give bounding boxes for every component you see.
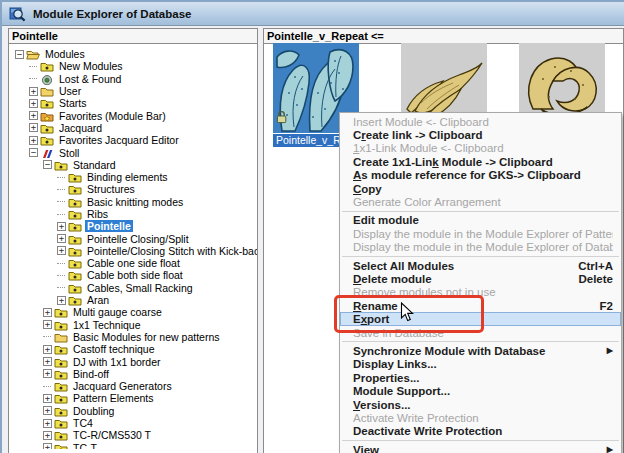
tree-item-favorites-jacquard-editor[interactable]: +Favorites Jacquard Editor — [9, 134, 257, 146]
tree-item-label[interactable]: Pattern Elements — [71, 392, 156, 404]
tree-item-label[interactable]: Cables, Small Racking — [85, 282, 195, 294]
tree-item-label[interactable]: Modules — [43, 48, 87, 60]
expand-toggle[interactable]: + — [29, 123, 38, 132]
expand-toggle[interactable]: + — [29, 99, 38, 108]
tree-item-new-modules[interactable]: New Modules — [9, 60, 257, 72]
menu-item-display-links[interactable]: Display Links... — [340, 358, 621, 371]
tree-item-1x1-technique[interactable]: +1x1 Technique — [9, 319, 257, 331]
tree-item-pointelle[interactable]: +Pointelle — [9, 220, 257, 232]
tree-item-pattern-elements[interactable]: +Pattern Elements — [9, 392, 257, 404]
tree-item-label[interactable]: Ribs — [85, 208, 110, 220]
tree-item-basic-modules-for-new-patterns[interactable]: Basic Modules for new patterns — [9, 331, 257, 343]
tree-item-tc4[interactable]: +TC4 — [9, 417, 257, 429]
menu-item-edit-module[interactable]: Edit module — [340, 214, 621, 227]
tree-item-lost-found[interactable]: Lost & Found — [9, 73, 257, 85]
tree-item-castoff-technique[interactable]: +Castoff technique — [9, 343, 257, 355]
menu-item-synchronize-module-with-database[interactable]: Synchronize Module with Database▶ — [340, 344, 621, 357]
tree-item-label[interactable]: Favorites Jacquard Editor — [57, 134, 181, 146]
expand-toggle[interactable]: + — [29, 87, 38, 96]
menu-item-properties[interactable]: Properties... — [340, 371, 621, 384]
tree-item-tc-r-cms530-t[interactable]: +TC-R/CMS530 T — [9, 429, 257, 441]
expand-toggle[interactable]: + — [43, 419, 52, 428]
tree-item-label[interactable]: Bind-off — [71, 368, 111, 380]
menu-item-create-link-clipboard[interactable]: Create link -> Clipboard — [340, 128, 621, 141]
tree-item-label[interactable]: Standard — [71, 159, 118, 171]
tree-item-label[interactable]: 1x1 Technique — [71, 319, 143, 331]
tree-item-basic-knitting-modes[interactable]: Basic knitting modes — [9, 196, 257, 208]
tree-item-label[interactable]: Favorites (Module Bar) — [57, 110, 168, 122]
expand-toggle[interactable]: + — [43, 357, 52, 366]
tree-item-label[interactable]: New Modules — [57, 60, 125, 72]
tree-item-label[interactable]: Jacquard Generators — [71, 380, 174, 392]
tree-item-label[interactable]: Starts — [57, 97, 88, 109]
menu-item-select-all-modules[interactable]: Select All ModulesCtrl+A — [340, 259, 621, 272]
expand-toggle[interactable]: + — [43, 406, 52, 415]
expand-toggle[interactable]: + — [43, 369, 52, 378]
tree-item-label[interactable]: Binding elements — [85, 171, 170, 183]
menu-item-versions[interactable]: Versions... — [340, 398, 621, 411]
expand-toggle[interactable]: + — [43, 394, 52, 403]
expand-toggle[interactable]: − — [43, 160, 52, 169]
tree-item-bind-off[interactable]: +Bind-off — [9, 368, 257, 380]
tree-item-modules[interactable]: −Modules — [9, 48, 257, 60]
tree-item-label[interactable]: Jacquard — [57, 122, 104, 134]
tree-item-pointelle-closing-split[interactable]: +Pointelle Closing/Split — [9, 232, 257, 244]
menu-item-module-support[interactable]: Module Support... — [340, 384, 621, 397]
tree-item-label[interactable]: Aran — [85, 294, 111, 306]
menu-item-copy[interactable]: Copy — [340, 182, 621, 195]
menu-item-view[interactable]: View▶ — [340, 443, 621, 453]
tree-item-dj-with-1x1-border[interactable]: +DJ with 1x1 border — [9, 355, 257, 367]
tree-item-label[interactable]: Pointelle Closing/Split — [85, 233, 191, 245]
tree-item-starts[interactable]: +Starts — [9, 97, 257, 109]
expand-toggle[interactable]: + — [57, 234, 66, 243]
tree-item-structures[interactable]: Structures — [9, 183, 257, 195]
tree-item-label[interactable]: User — [57, 85, 83, 97]
expand-toggle[interactable]: + — [43, 320, 52, 329]
menu-item-deactivate-write-protection[interactable]: Deactivate Write Protection — [340, 425, 621, 438]
tree-item-label[interactable]: Basic Modules for new patterns — [71, 331, 222, 343]
tree-item-tc-t[interactable]: +TC-T — [9, 442, 257, 450]
tree-item-label[interactable]: TC-T — [71, 442, 99, 449]
tree-item-cable-both-side-float[interactable]: Cable both side float — [9, 269, 257, 281]
expand-toggle[interactable]: + — [29, 136, 38, 145]
expand-toggle[interactable]: + — [43, 443, 52, 449]
tree-item-doubling[interactable]: +Doubling — [9, 405, 257, 417]
expand-toggle[interactable]: + — [43, 345, 52, 354]
tree-item-pointelle-closing-stitch-with-kick-back[interactable]: +Pointelle/Closing Stitch with Kick-back — [9, 245, 257, 257]
expand-toggle[interactable]: + — [57, 222, 66, 231]
tree-item-label[interactable]: Cable both side float — [85, 269, 185, 281]
tree-item-label[interactable]: Lost & Found — [57, 73, 123, 85]
tree-item-label[interactable]: Stoll — [57, 147, 81, 159]
menu-item-create-1x1-link-module-clipboard[interactable]: Create 1x1-Link Module -> Clipboard — [340, 155, 621, 168]
expand-toggle[interactable]: + — [29, 111, 38, 120]
expand-toggle[interactable]: + — [43, 431, 52, 440]
tree-item-label[interactable]: Multi gauge coarse — [71, 306, 164, 318]
expand-toggle[interactable]: − — [15, 50, 24, 59]
tree-item-label[interactable]: Structures — [85, 183, 137, 195]
tree-item-label[interactable]: Castoff technique — [71, 343, 157, 355]
tree-item-aran[interactable]: +Aran — [9, 294, 257, 306]
tree-item-label[interactable]: Pointelle — [85, 220, 133, 232]
tree-item-label[interactable]: Doubling — [71, 405, 116, 417]
tree-item-label[interactable]: Cable one side float — [85, 257, 182, 269]
menu-item-delete-module[interactable]: Delete moduleDelete — [340, 272, 621, 285]
expand-toggle[interactable]: + — [43, 308, 52, 317]
expand-toggle[interactable]: + — [57, 296, 66, 305]
tree-item-label[interactable]: Pointelle/Closing Stitch with Kick-back — [85, 245, 257, 257]
tree-item-favorites-module-bar[interactable]: +Favorites (Module Bar) — [9, 109, 257, 121]
tree-item-multi-gauge-coarse[interactable]: +Multi gauge coarse — [9, 306, 257, 318]
tree-item-user[interactable]: +User — [9, 85, 257, 97]
tree-item-label[interactable]: Basic knitting modes — [85, 196, 185, 208]
tree-item-cable-one-side-float[interactable]: Cable one side float — [9, 257, 257, 269]
tree-item-jacquard[interactable]: +Jacquard — [9, 122, 257, 134]
tree-item-ribs[interactable]: Ribs — [9, 208, 257, 220]
tree-item-standard[interactable]: −Standard — [9, 159, 257, 171]
window-titlebar[interactable]: Module Explorer of Database — [2, 2, 624, 26]
tree-item-stoll[interactable]: −Stoll — [9, 146, 257, 158]
menu-item-as-module-reference-for-gks-clipboard[interactable]: As module reference for GKS-> Clipboard — [340, 169, 621, 182]
module-thumbnail-cable[interactable] — [401, 43, 487, 123]
expand-toggle[interactable]: + — [57, 246, 66, 255]
tree-item-cables-small-racking[interactable]: Cables, Small Racking — [9, 282, 257, 294]
expand-toggle[interactable]: − — [29, 148, 38, 157]
tree-item-label[interactable]: DJ with 1x1 border — [71, 356, 163, 368]
